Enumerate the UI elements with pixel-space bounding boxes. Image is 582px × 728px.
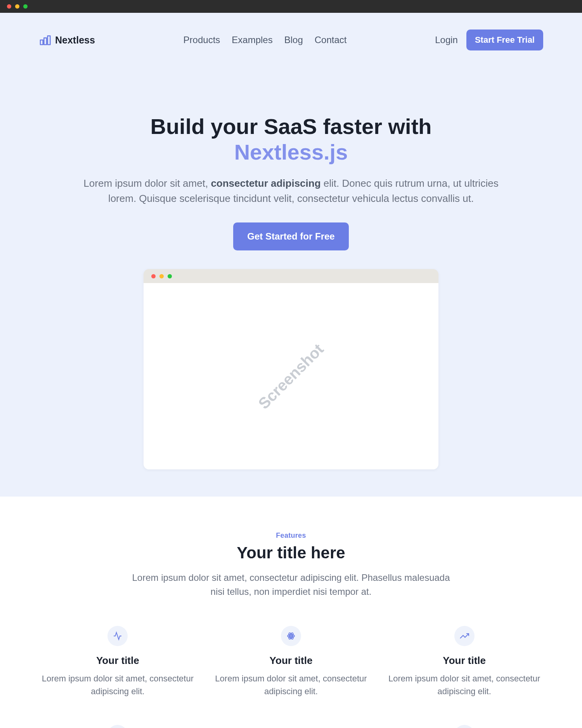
window-close-dot — [7, 4, 11, 9]
atom-icon — [281, 626, 301, 646]
screenshot-mock-window: Screenshot — [144, 269, 438, 469]
hero-section: Build your SaaS faster with Nextless.js … — [0, 114, 582, 469]
feature-card: Your title Lorem ipsum dolor sit amet, c… — [39, 725, 197, 728]
get-started-button[interactable]: Get Started for Free — [233, 222, 348, 250]
features-description: Lorem ipsum dolor sit amet, consectetur … — [126, 571, 456, 599]
brand-name: Nextless — [55, 35, 95, 46]
feature-text: Lorem ipsum dolor sit amet, consectetur … — [39, 672, 197, 698]
main-navbar: Nextless Products Examples Blog Contact … — [0, 13, 582, 59]
feature-title: Your title — [385, 655, 543, 667]
features-grid: Your title Lorem ipsum dolor sit amet, c… — [39, 626, 543, 728]
nav-links: Products Examples Blog Contact — [184, 35, 347, 45]
start-trial-button[interactable]: Start Free Trial — [466, 30, 543, 50]
hero-title: Build your SaaS faster with Nextless.js — [39, 114, 543, 165]
nav-link-products[interactable]: Products — [184, 35, 220, 45]
browser-titlebar — [0, 0, 582, 13]
window-minimize-dot — [15, 4, 19, 9]
hero-description: Lorem ipsum dolor sit amet, consectetur … — [81, 176, 501, 206]
feature-card: Your title Lorem ipsum dolor sit amet, c… — [385, 725, 543, 728]
trending-up-icon — [454, 626, 475, 646]
mock-maximize-dot — [168, 274, 172, 278]
svg-point-3 — [290, 636, 291, 637]
mock-minimize-dot — [159, 274, 164, 278]
watermark-text: Screenshot — [255, 340, 327, 412]
feature-card: Your title Lorem ipsum dolor sit amet, c… — [385, 626, 543, 698]
window-maximize-dot — [23, 4, 28, 9]
brand-logo[interactable]: Nextless — [39, 34, 95, 46]
svg-rect-2 — [48, 36, 50, 45]
svg-rect-0 — [40, 40, 43, 45]
feature-card: Your title — [212, 725, 370, 728]
features-eyebrow: Features — [39, 532, 543, 540]
feature-title: Your title — [39, 655, 197, 667]
nav-link-contact[interactable]: Contact — [315, 35, 347, 45]
nav-link-blog[interactable]: Blog — [284, 35, 303, 45]
login-link[interactable]: Login — [435, 35, 458, 45]
activity-icon — [107, 626, 128, 646]
svg-rect-1 — [44, 38, 47, 45]
screenshot-placeholder: Screenshot — [144, 283, 438, 469]
mock-titlebar — [144, 269, 438, 283]
nav-link-examples[interactable]: Examples — [232, 35, 272, 45]
feature-card: Your title Lorem ipsum dolor sit amet, c… — [212, 626, 370, 698]
feature-title: Your title — [212, 655, 370, 667]
features-title: Your title here — [39, 544, 543, 562]
hero-title-accent: Nextless.js — [234, 140, 348, 164]
feature-text: Lorem ipsum dolor sit amet, consectetur … — [212, 672, 370, 698]
bar-chart-icon — [39, 34, 51, 46]
feature-text: Lorem ipsum dolor sit amet, consectetur … — [385, 672, 543, 698]
feature-card: Your title Lorem ipsum dolor sit amet, c… — [39, 626, 197, 698]
mock-close-dot — [151, 274, 156, 278]
nav-right: Login Start Free Trial — [435, 30, 543, 50]
refresh-icon — [454, 725, 475, 728]
hero-title-line1: Build your SaaS faster with — [150, 114, 431, 139]
features-section: Features Your title here Lorem ipsum dol… — [0, 497, 582, 728]
terminal-icon — [107, 725, 128, 728]
